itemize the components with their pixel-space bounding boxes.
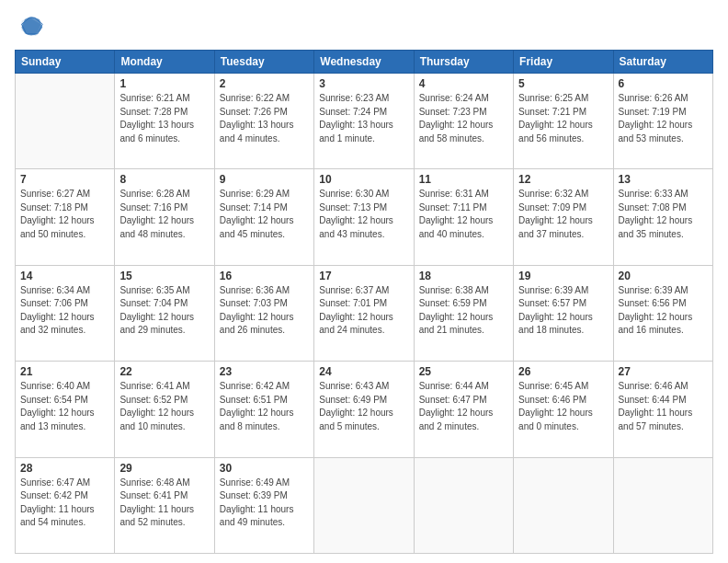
day-info: Sunrise: 6:34 AMSunset: 7:06 PMDaylight:… <box>20 284 109 338</box>
day-number: 20 <box>619 270 708 282</box>
day-info: Sunrise: 6:24 AMSunset: 7:23 PMDaylight:… <box>419 92 508 145</box>
day-info: Sunrise: 6:30 AMSunset: 7:13 PMDaylight:… <box>319 188 408 241</box>
calendar-cell: 15Sunrise: 6:35 AMSunset: 7:04 PMDayligh… <box>115 265 214 361</box>
calendar-cell <box>16 74 115 169</box>
calendar-cell: 16Sunrise: 6:36 AMSunset: 7:03 PMDayligh… <box>214 265 313 361</box>
day-number: 18 <box>419 270 508 282</box>
day-info: Sunrise: 6:21 AMSunset: 7:28 PMDaylight:… <box>119 92 209 145</box>
calendar-cell: 20Sunrise: 6:39 AMSunset: 6:56 PMDayligh… <box>613 265 712 361</box>
day-info: Sunrise: 6:39 AMSunset: 6:57 PMDaylight:… <box>518 284 608 338</box>
day-number: 22 <box>119 365 209 378</box>
calendar-week-row: 1Sunrise: 6:21 AMSunset: 7:28 PMDaylight… <box>16 74 713 169</box>
logo-icon <box>18 13 44 39</box>
day-number: 25 <box>419 365 508 378</box>
calendar-cell: 23Sunrise: 6:42 AMSunset: 6:51 PMDayligh… <box>214 362 313 457</box>
day-info: Sunrise: 6:45 AMSunset: 6:46 PMDaylight:… <box>518 380 608 433</box>
calendar-cell: 25Sunrise: 6:44 AMSunset: 6:47 PMDayligh… <box>414 362 513 457</box>
day-number: 6 <box>619 77 708 90</box>
calendar-week-row: 7Sunrise: 6:27 AMSunset: 7:18 PMDaylight… <box>16 169 713 265</box>
day-number: 1 <box>119 77 209 90</box>
day-number: 17 <box>319 270 408 282</box>
calendar-cell: 4Sunrise: 6:24 AMSunset: 7:23 PMDaylight… <box>414 74 513 169</box>
day-info: Sunrise: 6:23 AMSunset: 7:24 PMDaylight:… <box>319 92 408 145</box>
day-info: Sunrise: 6:42 AMSunset: 6:51 PMDaylight:… <box>220 380 309 433</box>
day-number: 15 <box>119 270 209 282</box>
calendar-cell <box>414 457 513 553</box>
day-info: Sunrise: 6:46 AMSunset: 6:44 PMDaylight:… <box>619 380 708 433</box>
calendar-cell: 10Sunrise: 6:30 AMSunset: 7:13 PMDayligh… <box>314 169 414 265</box>
day-info: Sunrise: 6:28 AMSunset: 7:16 PMDaylight:… <box>119 188 209 241</box>
calendar-cell: 7Sunrise: 6:27 AMSunset: 7:18 PMDaylight… <box>16 169 115 265</box>
calendar-cell: 5Sunrise: 6:25 AMSunset: 7:21 PMDaylight… <box>514 74 613 169</box>
day-number: 13 <box>619 173 708 186</box>
day-info: Sunrise: 6:27 AMSunset: 7:18 PMDaylight:… <box>20 188 109 241</box>
day-number: 5 <box>518 77 608 90</box>
weekday-header-saturday: Saturday <box>613 51 712 74</box>
page: SundayMondayTuesdayWednesdayThursdayFrid… <box>0 0 728 563</box>
day-number: 29 <box>119 462 209 475</box>
calendar-table: SundayMondayTuesdayWednesdayThursdayFrid… <box>15 50 713 554</box>
calendar-week-row: 28Sunrise: 6:47 AMSunset: 6:42 PMDayligh… <box>16 457 713 553</box>
day-number: 21 <box>20 365 109 378</box>
calendar-cell <box>314 457 414 553</box>
day-info: Sunrise: 6:41 AMSunset: 6:52 PMDaylight:… <box>119 380 209 433</box>
calendar-cell: 11Sunrise: 6:31 AMSunset: 7:11 PMDayligh… <box>414 169 513 265</box>
weekday-header-wednesday: Wednesday <box>314 51 414 74</box>
day-info: Sunrise: 6:48 AMSunset: 6:41 PMDaylight:… <box>119 477 209 530</box>
day-info: Sunrise: 6:47 AMSunset: 6:42 PMDaylight:… <box>20 477 109 530</box>
calendar-cell: 28Sunrise: 6:47 AMSunset: 6:42 PMDayligh… <box>16 457 115 553</box>
day-info: Sunrise: 6:37 AMSunset: 7:01 PMDaylight:… <box>319 284 408 338</box>
calendar-cell: 18Sunrise: 6:38 AMSunset: 6:59 PMDayligh… <box>414 265 513 361</box>
calendar-cell: 19Sunrise: 6:39 AMSunset: 6:57 PMDayligh… <box>514 265 613 361</box>
calendar-cell: 13Sunrise: 6:33 AMSunset: 7:08 PMDayligh… <box>613 169 712 265</box>
logo <box>15 13 44 40</box>
calendar-cell: 29Sunrise: 6:48 AMSunset: 6:41 PMDayligh… <box>115 457 214 553</box>
day-info: Sunrise: 6:32 AMSunset: 7:09 PMDaylight:… <box>518 188 608 241</box>
day-info: Sunrise: 6:38 AMSunset: 6:59 PMDaylight:… <box>419 284 508 338</box>
day-info: Sunrise: 6:39 AMSunset: 6:56 PMDaylight:… <box>619 284 708 338</box>
day-info: Sunrise: 6:44 AMSunset: 6:47 PMDaylight:… <box>419 380 508 433</box>
day-number: 2 <box>220 77 309 90</box>
day-number: 10 <box>319 173 408 186</box>
calendar-cell <box>613 457 712 553</box>
calendar-cell: 12Sunrise: 6:32 AMSunset: 7:09 PMDayligh… <box>514 169 613 265</box>
weekday-header-sunday: Sunday <box>16 51 115 74</box>
calendar-cell: 6Sunrise: 6:26 AMSunset: 7:19 PMDaylight… <box>613 74 712 169</box>
day-number: 9 <box>220 173 309 186</box>
calendar-cell: 3Sunrise: 6:23 AMSunset: 7:24 PMDaylight… <box>314 74 414 169</box>
day-info: Sunrise: 6:26 AMSunset: 7:19 PMDaylight:… <box>619 92 708 145</box>
day-number: 3 <box>319 77 408 90</box>
day-number: 4 <box>419 77 508 90</box>
day-info: Sunrise: 6:31 AMSunset: 7:11 PMDaylight:… <box>419 188 508 241</box>
day-number: 8 <box>119 173 209 186</box>
calendar-cell: 8Sunrise: 6:28 AMSunset: 7:16 PMDaylight… <box>115 169 214 265</box>
weekday-header-friday: Friday <box>514 51 613 74</box>
calendar-cell: 22Sunrise: 6:41 AMSunset: 6:52 PMDayligh… <box>115 362 214 457</box>
day-number: 23 <box>220 365 309 378</box>
day-info: Sunrise: 6:36 AMSunset: 7:03 PMDaylight:… <box>220 284 309 338</box>
calendar-cell: 1Sunrise: 6:21 AMSunset: 7:28 PMDaylight… <box>115 74 214 169</box>
weekday-header-tuesday: Tuesday <box>214 51 313 74</box>
day-info: Sunrise: 6:35 AMSunset: 7:04 PMDaylight:… <box>119 284 209 338</box>
day-number: 26 <box>518 365 608 378</box>
calendar-cell: 26Sunrise: 6:45 AMSunset: 6:46 PMDayligh… <box>514 362 613 457</box>
day-number: 24 <box>319 365 408 378</box>
day-info: Sunrise: 6:40 AMSunset: 6:54 PMDaylight:… <box>20 380 109 433</box>
day-info: Sunrise: 6:43 AMSunset: 6:49 PMDaylight:… <box>319 380 408 433</box>
calendar-cell: 9Sunrise: 6:29 AMSunset: 7:14 PMDaylight… <box>214 169 313 265</box>
day-info: Sunrise: 6:29 AMSunset: 7:14 PMDaylight:… <box>220 188 309 241</box>
day-number: 27 <box>619 365 708 378</box>
calendar-cell: 14Sunrise: 6:34 AMSunset: 7:06 PMDayligh… <box>16 265 115 361</box>
day-number: 30 <box>220 462 309 475</box>
day-number: 28 <box>20 462 109 475</box>
day-info: Sunrise: 6:22 AMSunset: 7:26 PMDaylight:… <box>220 92 309 145</box>
day-info: Sunrise: 6:49 AMSunset: 6:39 PMDaylight:… <box>220 477 309 530</box>
calendar-cell: 24Sunrise: 6:43 AMSunset: 6:49 PMDayligh… <box>314 362 414 457</box>
day-number: 7 <box>20 173 109 186</box>
day-info: Sunrise: 6:25 AMSunset: 7:21 PMDaylight:… <box>518 92 608 145</box>
day-info: Sunrise: 6:33 AMSunset: 7:08 PMDaylight:… <box>619 188 708 241</box>
weekday-header-monday: Monday <box>115 51 214 74</box>
calendar-cell: 30Sunrise: 6:49 AMSunset: 6:39 PMDayligh… <box>214 457 313 553</box>
calendar-week-row: 14Sunrise: 6:34 AMSunset: 7:06 PMDayligh… <box>16 265 713 361</box>
day-number: 19 <box>518 270 608 282</box>
